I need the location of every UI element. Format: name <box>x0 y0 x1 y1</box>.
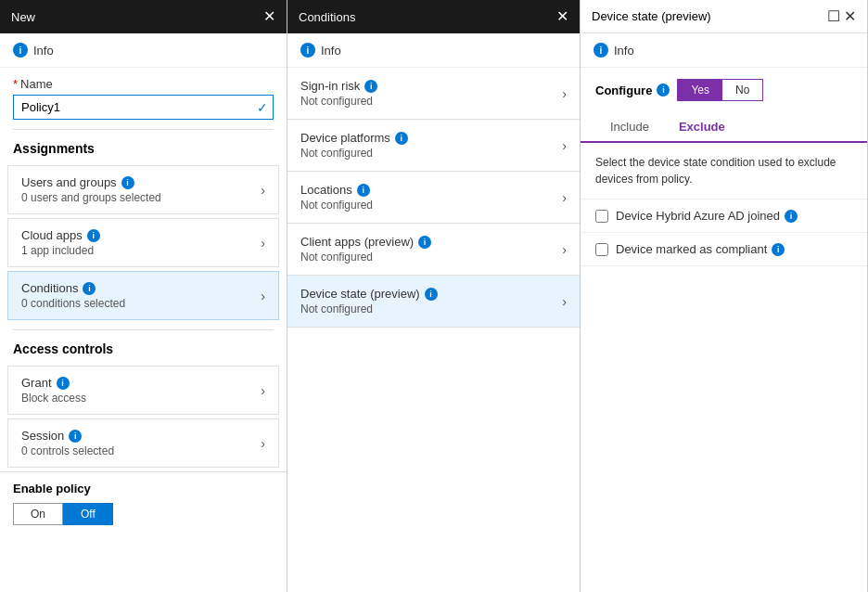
client-apps-left: Client apps (preview) i Not configured <box>300 235 431 264</box>
cloud-apps-chevron: › <box>261 236 265 251</box>
checkbox1-input[interactable] <box>595 210 608 223</box>
checkbox1-label: Device Hybrid Azure AD joined i <box>616 209 798 223</box>
yes-btn[interactable]: Yes <box>678 80 722 100</box>
required-star: * <box>13 77 18 91</box>
assignments-header: Assignments <box>0 130 287 161</box>
locations-info-icon: i <box>357 184 370 197</box>
middle-info-label: Info <box>321 44 341 58</box>
conditions-row[interactable]: Conditions i 0 conditions selected › <box>7 271 279 320</box>
checkbox2-row: Device marked as compliant i <box>581 233 867 266</box>
client-apps-row[interactable]: Client apps (preview) i Not configured › <box>287 224 580 276</box>
left-info-icon: i <box>13 43 28 58</box>
yes-no-group: Yes No <box>677 79 763 101</box>
grant-info-icon: i <box>57 377 70 390</box>
users-groups-sub: 0 users and groups selected <box>21 191 261 204</box>
signin-risk-title: Sign-in risk i <box>300 79 377 93</box>
grant-row[interactable]: Grant i Block access › <box>7 366 279 415</box>
session-left: Session i 0 controls selected <box>21 429 261 457</box>
checkbox1-info-icon: i <box>785 210 798 223</box>
right-panel-title: Device state (preview) <box>592 9 711 23</box>
grant-sub: Block access <box>21 392 261 405</box>
right-info-label: Info <box>614 44 634 58</box>
tab-exclude[interactable]: Exclude <box>664 112 740 143</box>
cloud-apps-sub: 1 app included <box>21 244 261 257</box>
device-platforms-title: Device platforms i <box>300 131 408 145</box>
session-chevron: › <box>261 436 265 451</box>
middle-info-bar: i Info <box>287 33 580 68</box>
left-panel-close[interactable]: ✕ <box>263 9 275 24</box>
name-input-wrapper: ✓ <box>13 95 274 120</box>
enable-section: Enable policy On Off <box>0 471 287 534</box>
signin-risk-info-icon: i <box>364 80 377 93</box>
signin-risk-row[interactable]: Sign-in risk i Not configured › <box>287 68 580 120</box>
conditions-info-icon: i <box>83 282 96 295</box>
conditions-left: Conditions i 0 conditions selected <box>21 281 261 310</box>
cloud-apps-row[interactable]: Cloud apps i 1 app included › <box>7 218 279 267</box>
middle-panel-body: i Info Sign-in risk i Not configured › D… <box>287 33 580 592</box>
right-panel-header-btns: ☐ ✕ <box>827 9 856 24</box>
device-state-title: Device state (preview) i <box>300 287 438 301</box>
right-panel-header: Device state (preview) ☐ ✕ <box>581 0 867 33</box>
enable-label: Enable policy <box>13 482 274 495</box>
configure-row: Configure i Yes No <box>581 68 867 112</box>
cloud-apps-left: Cloud apps i 1 app included <box>21 228 261 257</box>
right-panel-minimize[interactable]: ☐ <box>827 9 840 24</box>
tabs-row: Include Exclude <box>581 112 867 143</box>
session-sub: 0 controls selected <box>21 444 261 457</box>
device-state-chevron: › <box>562 294 567 309</box>
device-platforms-row[interactable]: Device platforms i Not configured › <box>287 120 580 172</box>
checkbox2-input[interactable] <box>595 243 608 256</box>
grant-left: Grant i Block access <box>21 376 261 405</box>
name-check-icon: ✓ <box>257 100 268 115</box>
locations-chevron: › <box>562 190 567 205</box>
toggle-group: On Off <box>13 503 274 525</box>
cloud-apps-title: Cloud apps i <box>21 228 261 242</box>
right-panel-body: i Info Configure i Yes No Include Exclud… <box>581 33 867 592</box>
device-state-sub: Not configured <box>300 302 438 315</box>
client-apps-sub: Not configured <box>300 251 431 264</box>
client-apps-chevron: › <box>562 242 567 257</box>
configure-label: Configure i <box>595 84 670 97</box>
left-panel: New ✕ i Info * Name ✓ Assignments Users … <box>0 0 287 592</box>
locations-row[interactable]: Locations i Not configured › <box>287 172 580 224</box>
client-apps-info-icon: i <box>418 236 431 249</box>
right-info-icon: i <box>594 43 608 58</box>
device-state-row[interactable]: Device state (preview) i Not configured … <box>287 276 580 328</box>
middle-panel-header: Conditions ✕ <box>287 0 580 33</box>
middle-panel-close[interactable]: ✕ <box>556 9 568 24</box>
signin-risk-chevron: › <box>562 86 567 101</box>
users-groups-left: Users and groups i 0 users and groups se… <box>21 175 261 204</box>
client-apps-title: Client apps (preview) i <box>300 235 431 249</box>
middle-panel-title: Conditions <box>299 10 355 24</box>
name-label: * Name <box>13 77 274 91</box>
toggle-on-btn[interactable]: On <box>13 503 63 525</box>
right-panel-close[interactable]: ✕ <box>844 9 856 24</box>
users-groups-row[interactable]: Users and groups i 0 users and groups se… <box>7 165 279 214</box>
toggle-off-btn[interactable]: Off <box>63 503 113 525</box>
configure-info-icon: i <box>657 84 670 97</box>
grant-chevron: › <box>261 383 265 398</box>
left-info-label: Info <box>33 44 54 58</box>
right-panel: Device state (preview) ☐ ✕ i Info Config… <box>581 0 868 592</box>
locations-title: Locations i <box>300 183 373 197</box>
users-groups-chevron: › <box>261 183 265 198</box>
no-btn[interactable]: No <box>722 80 762 100</box>
users-groups-title: Users and groups i <box>21 175 261 189</box>
conditions-title: Conditions i <box>21 281 261 295</box>
device-platforms-info-icon: i <box>395 132 408 145</box>
session-row[interactable]: Session i 0 controls selected › <box>7 418 279 468</box>
device-state-left: Device state (preview) i Not configured <box>300 287 438 315</box>
checkbox2-label: Device marked as compliant i <box>616 242 785 256</box>
left-panel-header: New ✕ <box>0 0 287 33</box>
left-panel-title: New <box>11 10 35 24</box>
grant-title: Grant i <box>21 376 261 390</box>
checkbox2-info-icon: i <box>772 243 785 256</box>
locations-left: Locations i Not configured <box>300 183 373 212</box>
tab-include[interactable]: Include <box>595 112 664 143</box>
policy-name-input[interactable] <box>13 95 274 120</box>
device-state-info-icon: i <box>425 288 438 301</box>
left-panel-body: i Info * Name ✓ Assignments Users and gr… <box>0 33 287 592</box>
checkbox1-row: Device Hybrid Azure AD joined i <box>581 199 867 233</box>
device-platforms-chevron: › <box>562 138 567 153</box>
middle-panel: Conditions ✕ i Info Sign-in risk i Not c… <box>287 0 581 592</box>
